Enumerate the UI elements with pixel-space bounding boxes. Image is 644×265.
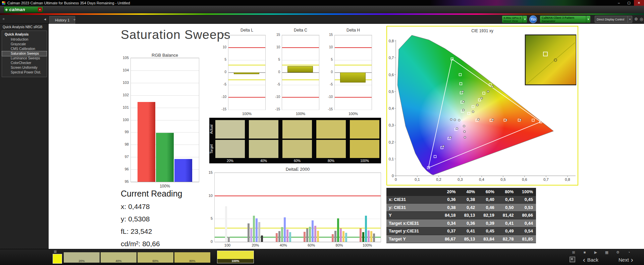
maximize-button[interactable]: ▢: [624, 0, 634, 6]
logo-dropdown-icon[interactable]: ▾: [38, 7, 42, 12]
page-title: Saturation Sweeps: [121, 28, 231, 42]
target-marker: [483, 92, 485, 94]
tab-history-1[interactable]: History 1: [49, 16, 75, 24]
sidebar-item-grayscale[interactable]: Grayscale: [2, 42, 47, 47]
delta-red-threshold: [228, 97, 265, 98]
delta-h-chart[interactable]: 151050-5-10-15: [334, 35, 372, 110]
deltae-2000-chart[interactable]: 15105010020%40%60%80%100%: [214, 172, 381, 242]
brand-name: calman: [9, 7, 37, 12]
add-tab-button[interactable]: +: [72, 17, 77, 22]
delta-l-title: Delta L: [228, 28, 266, 33]
delta-y-tick-label: 5: [272, 58, 280, 61]
table-cell: 0,36: [439, 197, 459, 202]
table-header-cell: 60%: [478, 189, 497, 194]
table-row: y: CIE310,380,420,460,500,53: [386, 204, 536, 212]
measured-marker: [464, 130, 466, 132]
rgb-balance-chart[interactable]: 9596979899100101102103104105: [130, 58, 199, 182]
table-cell: 0,41: [497, 221, 517, 226]
rgb-y-tick-label: 99: [119, 130, 129, 134]
tab-bar: ≡ ◀ History 1 + X-Rite i1Pro 3 Direct Vi…: [0, 15, 644, 24]
rgb-balance-x-label: 100%: [130, 184, 199, 189]
gear-icon[interactable]: ⚙: [614, 250, 621, 255]
meter-count-badge[interactable]: 713: [529, 15, 537, 23]
delta-c-chart: 151050-5-10-15: [282, 35, 319, 110]
gear-icon[interactable]: ⚙: [634, 17, 638, 21]
meter-mode: Direct View: [503, 19, 523, 22]
delta-gridline: [282, 60, 319, 60]
sidebar-item-spectral-power-dist[interactable]: Spectral Power Dist.: [2, 70, 47, 75]
display-control-selector[interactable]: Direct Display Control ▾: [595, 16, 632, 23]
rgb-y-tick-label: 95: [119, 179, 129, 183]
delta-bar: [287, 66, 313, 72]
calman-logo[interactable]: ◈ calman ▾: [4, 6, 43, 13]
bottom-swatch-80%[interactable]: 80%: [174, 252, 210, 263]
bottom-swatch-100%[interactable]: 100%: [217, 251, 254, 263]
layout-icon[interactable]: [570, 257, 575, 262]
delta-l-x-label: 100%: [228, 112, 266, 116]
bottom-swatch-label: 100%: [217, 259, 254, 263]
sidebar-collapse-button[interactable]: ◀: [44, 18, 46, 21]
deltae-bar: [337, 218, 339, 242]
sidebar-item-cms-calibration[interactable]: CMS Calibration: [2, 47, 47, 51]
sidebar-item-screen-uniformity[interactable]: Screen Uniformity: [2, 65, 47, 70]
play-icon[interactable]: ▶: [592, 250, 599, 255]
deltae-y-tick-label: 5: [205, 216, 213, 220]
history-icon[interactable]: ◔: [626, 250, 632, 254]
deltae-green-threshold: [215, 237, 381, 237]
delta-y-tick-label: 15: [218, 33, 226, 37]
minimize-button[interactable]: –: [614, 0, 624, 6]
table-cell: 81,85: [517, 236, 536, 242]
preview-swatch[interactable]: [53, 254, 62, 264]
bottom-swatch-40%[interactable]: 40%: [101, 252, 137, 263]
deltae-y-tick-label: 10: [205, 194, 213, 198]
grid-icon[interactable]: ▦: [54, 250, 57, 253]
sidebar-item-saturation-sweeps[interactable]: Saturation Sweeps: [2, 51, 47, 56]
save-icon[interactable]: ▦: [603, 250, 610, 255]
back-button[interactable]: ‹ Back: [583, 256, 598, 263]
power-icon[interactable]: ◎: [640, 17, 643, 21]
sidebar-item-colorchecker[interactable]: ColorChecker: [2, 61, 47, 65]
cie-x-tick-label: 0,7: [543, 177, 548, 181]
workflow-panel: Quick Analysis IntroductionGrayscaleCMS …: [2, 31, 47, 77]
cie-y-tick-label: 0: [392, 174, 394, 178]
table-header-row: 20%40%60%80%100%: [386, 188, 536, 196]
tab-label: History 1: [55, 18, 69, 22]
chevron-left-icon: ‹: [583, 256, 585, 263]
deltae-bar: [345, 233, 347, 242]
window-icon[interactable]: ⊞: [570, 250, 577, 255]
rgb-bar-blue: [174, 159, 192, 182]
next-button[interactable]: Next ›: [619, 256, 633, 263]
cie-plot: 00,10,20,30,40,50,60,70,800,10,20,30,40,…: [388, 33, 576, 184]
pattern-generator-selector[interactable]: CalMAN Client 3 Pattern Generator ▾: [540, 16, 590, 23]
cie-inset: [525, 35, 576, 85]
swatch-row-label-actual: Actual: [210, 120, 214, 139]
meter-selector[interactable]: X-Rite i1Pro 3 Direct View ▾: [502, 16, 527, 23]
menu-icon[interactable]: ≡: [3, 17, 5, 21]
target-marker: [472, 106, 474, 108]
bottom-swatch-60%[interactable]: 60%: [138, 252, 173, 263]
target-marker: [460, 83, 462, 85]
delta-l-chart[interactable]: 151050-5-10-15: [228, 35, 266, 110]
table-cell: 81,42: [497, 213, 517, 218]
stop-icon[interactable]: ■: [581, 250, 588, 254]
table-row-label: Target Y: [386, 236, 439, 242]
sidebar-item-introduction[interactable]: Introduction: [2, 37, 47, 42]
sidebar-item-luminance-sweeps[interactable]: Luminance Sweeps: [2, 56, 47, 61]
measurement-table: 20%40%60%80%100%x: CIE310,360,380,400,43…: [386, 188, 536, 243]
workflow-title: Quick Analysis NBC sRGB: [0, 24, 49, 30]
table-row-label: x: CIE31: [386, 197, 439, 202]
measured-marker: [442, 145, 444, 147]
target-marker: [532, 119, 534, 121]
close-button[interactable]: ✕: [634, 0, 644, 6]
rgb-y-tick-label: 100: [119, 118, 129, 122]
bottom-swatch-20%[interactable]: 20%: [64, 252, 100, 263]
measured-marker: [463, 101, 465, 103]
cie-x-tick-label: 0,5: [500, 177, 505, 181]
cie-y-tick-label: 0,6: [389, 73, 394, 77]
table-cell: 0,40: [478, 197, 497, 202]
delta-gridline: [282, 35, 319, 36]
workflow-section-label[interactable]: Quick Analysis: [2, 32, 47, 37]
delta-y-tick-label: -15: [218, 107, 226, 111]
table-cell: 0,45: [478, 228, 497, 233]
deltae-bar: [340, 228, 342, 242]
